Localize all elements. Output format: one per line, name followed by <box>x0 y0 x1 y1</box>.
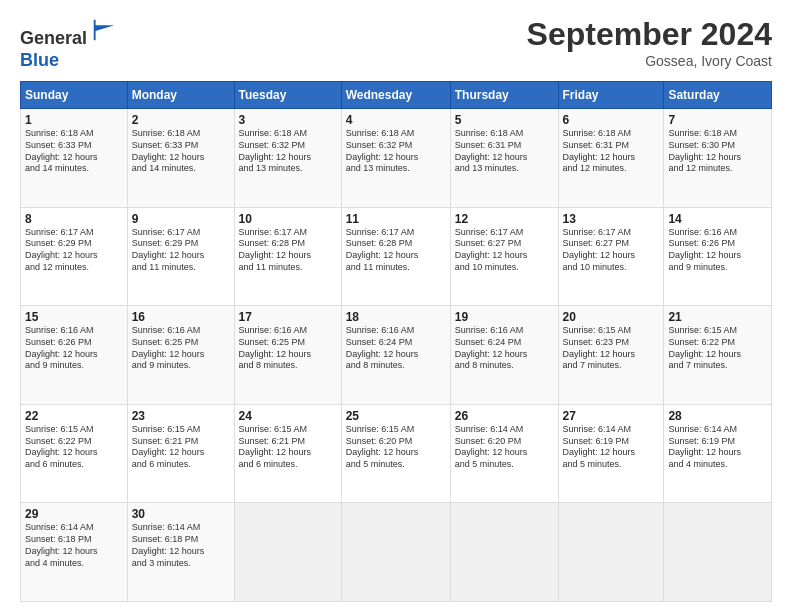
calendar-week-row: 15Sunrise: 6:16 AMSunset: 6:26 PMDayligh… <box>21 306 772 405</box>
calendar-cell: 22Sunrise: 6:15 AMSunset: 6:22 PMDayligh… <box>21 404 128 503</box>
day-info: Sunrise: 6:17 AMSunset: 6:28 PMDaylight:… <box>346 227 446 274</box>
day-info: Sunrise: 6:17 AMSunset: 6:29 PMDaylight:… <box>25 227 123 274</box>
col-thursday: Thursday <box>450 82 558 109</box>
day-info: Sunrise: 6:15 AMSunset: 6:20 PMDaylight:… <box>346 424 446 471</box>
calendar-cell: 9Sunrise: 6:17 AMSunset: 6:29 PMDaylight… <box>127 207 234 306</box>
day-number: 16 <box>132 310 230 324</box>
header: General Blue September 2024 Gossea, Ivor… <box>20 16 772 71</box>
calendar-cell <box>664 503 772 602</box>
day-number: 28 <box>668 409 767 423</box>
calendar-cell <box>450 503 558 602</box>
day-info: Sunrise: 6:16 AMSunset: 6:26 PMDaylight:… <box>668 227 767 274</box>
calendar-cell: 6Sunrise: 6:18 AMSunset: 6:31 PMDaylight… <box>558 109 664 208</box>
day-number: 26 <box>455 409 554 423</box>
calendar-week-row: 29Sunrise: 6:14 AMSunset: 6:18 PMDayligh… <box>21 503 772 602</box>
day-info: Sunrise: 6:18 AMSunset: 6:33 PMDaylight:… <box>25 128 123 175</box>
day-number: 22 <box>25 409 123 423</box>
day-info: Sunrise: 6:15 AMSunset: 6:21 PMDaylight:… <box>132 424 230 471</box>
day-info: Sunrise: 6:18 AMSunset: 6:30 PMDaylight:… <box>668 128 767 175</box>
calendar-cell: 14Sunrise: 6:16 AMSunset: 6:26 PMDayligh… <box>664 207 772 306</box>
calendar-week-row: 1Sunrise: 6:18 AMSunset: 6:33 PMDaylight… <box>21 109 772 208</box>
day-info: Sunrise: 6:14 AMSunset: 6:19 PMDaylight:… <box>668 424 767 471</box>
calendar-cell: 2Sunrise: 6:18 AMSunset: 6:33 PMDaylight… <box>127 109 234 208</box>
calendar-cell: 18Sunrise: 6:16 AMSunset: 6:24 PMDayligh… <box>341 306 450 405</box>
calendar-cell: 20Sunrise: 6:15 AMSunset: 6:23 PMDayligh… <box>558 306 664 405</box>
calendar-cell: 13Sunrise: 6:17 AMSunset: 6:27 PMDayligh… <box>558 207 664 306</box>
calendar-table: Sunday Monday Tuesday Wednesday Thursday… <box>20 81 772 602</box>
col-sunday: Sunday <box>21 82 128 109</box>
calendar-cell: 28Sunrise: 6:14 AMSunset: 6:19 PMDayligh… <box>664 404 772 503</box>
day-info: Sunrise: 6:18 AMSunset: 6:33 PMDaylight:… <box>132 128 230 175</box>
day-number: 14 <box>668 212 767 226</box>
day-number: 7 <box>668 113 767 127</box>
day-number: 23 <box>132 409 230 423</box>
day-info: Sunrise: 6:18 AMSunset: 6:32 PMDaylight:… <box>346 128 446 175</box>
day-info: Sunrise: 6:15 AMSunset: 6:23 PMDaylight:… <box>563 325 660 372</box>
day-number: 11 <box>346 212 446 226</box>
calendar-week-row: 22Sunrise: 6:15 AMSunset: 6:22 PMDayligh… <box>21 404 772 503</box>
page: General Blue September 2024 Gossea, Ivor… <box>0 0 792 612</box>
day-number: 4 <box>346 113 446 127</box>
calendar-cell: 26Sunrise: 6:14 AMSunset: 6:20 PMDayligh… <box>450 404 558 503</box>
col-monday: Monday <box>127 82 234 109</box>
calendar-cell: 19Sunrise: 6:16 AMSunset: 6:24 PMDayligh… <box>450 306 558 405</box>
day-number: 21 <box>668 310 767 324</box>
calendar-cell: 21Sunrise: 6:15 AMSunset: 6:22 PMDayligh… <box>664 306 772 405</box>
calendar-cell: 8Sunrise: 6:17 AMSunset: 6:29 PMDaylight… <box>21 207 128 306</box>
calendar-cell: 24Sunrise: 6:15 AMSunset: 6:21 PMDayligh… <box>234 404 341 503</box>
day-number: 24 <box>239 409 337 423</box>
day-info: Sunrise: 6:15 AMSunset: 6:21 PMDaylight:… <box>239 424 337 471</box>
day-info: Sunrise: 6:15 AMSunset: 6:22 PMDaylight:… <box>668 325 767 372</box>
day-info: Sunrise: 6:18 AMSunset: 6:31 PMDaylight:… <box>563 128 660 175</box>
calendar-cell: 10Sunrise: 6:17 AMSunset: 6:28 PMDayligh… <box>234 207 341 306</box>
day-number: 5 <box>455 113 554 127</box>
logo-blue-text: Blue <box>20 50 59 70</box>
day-info: Sunrise: 6:16 AMSunset: 6:26 PMDaylight:… <box>25 325 123 372</box>
day-info: Sunrise: 6:16 AMSunset: 6:24 PMDaylight:… <box>455 325 554 372</box>
day-info: Sunrise: 6:17 AMSunset: 6:27 PMDaylight:… <box>563 227 660 274</box>
day-info: Sunrise: 6:18 AMSunset: 6:32 PMDaylight:… <box>239 128 337 175</box>
calendar-cell: 3Sunrise: 6:18 AMSunset: 6:32 PMDaylight… <box>234 109 341 208</box>
day-info: Sunrise: 6:17 AMSunset: 6:29 PMDaylight:… <box>132 227 230 274</box>
title-area: September 2024 Gossea, Ivory Coast <box>527 16 772 69</box>
calendar-cell <box>558 503 664 602</box>
day-number: 27 <box>563 409 660 423</box>
calendar-cell: 27Sunrise: 6:14 AMSunset: 6:19 PMDayligh… <box>558 404 664 503</box>
calendar-cell: 1Sunrise: 6:18 AMSunset: 6:33 PMDaylight… <box>21 109 128 208</box>
day-number: 17 <box>239 310 337 324</box>
calendar-cell: 15Sunrise: 6:16 AMSunset: 6:26 PMDayligh… <box>21 306 128 405</box>
logo-flag-icon <box>90 16 118 44</box>
col-friday: Friday <box>558 82 664 109</box>
col-tuesday: Tuesday <box>234 82 341 109</box>
day-number: 2 <box>132 113 230 127</box>
col-saturday: Saturday <box>664 82 772 109</box>
day-info: Sunrise: 6:14 AMSunset: 6:20 PMDaylight:… <box>455 424 554 471</box>
calendar-cell <box>234 503 341 602</box>
calendar-cell: 4Sunrise: 6:18 AMSunset: 6:32 PMDaylight… <box>341 109 450 208</box>
logo: General Blue <box>20 16 118 71</box>
day-info: Sunrise: 6:15 AMSunset: 6:22 PMDaylight:… <box>25 424 123 471</box>
day-info: Sunrise: 6:18 AMSunset: 6:31 PMDaylight:… <box>455 128 554 175</box>
calendar-header-row: Sunday Monday Tuesday Wednesday Thursday… <box>21 82 772 109</box>
logo-general-text: General <box>20 28 87 48</box>
day-number: 10 <box>239 212 337 226</box>
day-number: 9 <box>132 212 230 226</box>
calendar-cell: 5Sunrise: 6:18 AMSunset: 6:31 PMDaylight… <box>450 109 558 208</box>
svg-marker-0 <box>94 20 115 41</box>
calendar-week-row: 8Sunrise: 6:17 AMSunset: 6:29 PMDaylight… <box>21 207 772 306</box>
calendar-cell: 29Sunrise: 6:14 AMSunset: 6:18 PMDayligh… <box>21 503 128 602</box>
month-title: September 2024 <box>527 16 772 53</box>
day-info: Sunrise: 6:14 AMSunset: 6:19 PMDaylight:… <box>563 424 660 471</box>
calendar-cell: 7Sunrise: 6:18 AMSunset: 6:30 PMDaylight… <box>664 109 772 208</box>
day-info: Sunrise: 6:16 AMSunset: 6:24 PMDaylight:… <box>346 325 446 372</box>
day-number: 1 <box>25 113 123 127</box>
day-number: 3 <box>239 113 337 127</box>
calendar-cell: 16Sunrise: 6:16 AMSunset: 6:25 PMDayligh… <box>127 306 234 405</box>
day-number: 30 <box>132 507 230 521</box>
day-number: 19 <box>455 310 554 324</box>
calendar-cell <box>341 503 450 602</box>
day-info: Sunrise: 6:17 AMSunset: 6:28 PMDaylight:… <box>239 227 337 274</box>
day-number: 12 <box>455 212 554 226</box>
calendar-cell: 23Sunrise: 6:15 AMSunset: 6:21 PMDayligh… <box>127 404 234 503</box>
day-number: 29 <box>25 507 123 521</box>
